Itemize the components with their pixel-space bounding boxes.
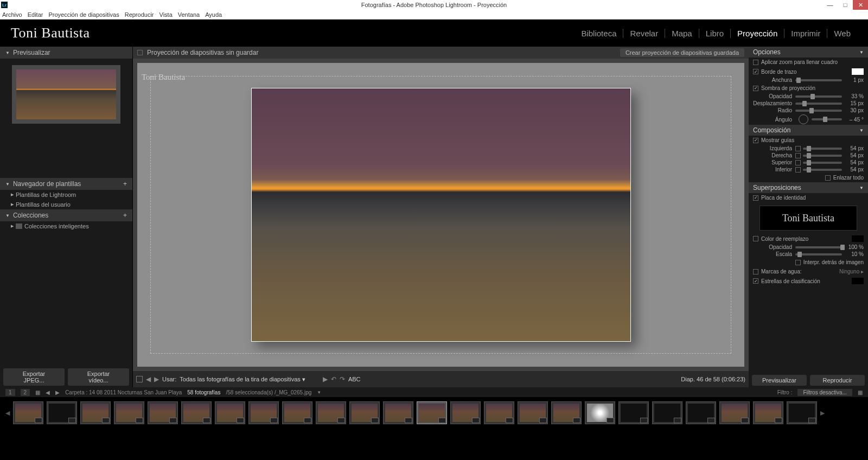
link-all-checkbox[interactable] (825, 175, 831, 181)
filmstrip-thumb[interactable] (719, 401, 750, 424)
filmstrip-thumb[interactable] (114, 401, 144, 424)
overlay-scale-slider[interactable] (795, 253, 842, 255)
rating-stars-color-swatch[interactable] (852, 278, 864, 284)
template-folder-lightroom[interactable]: ▶Plantillas de Lightroom (0, 190, 132, 200)
watermark-checkbox[interactable] (753, 269, 758, 274)
filmstrip-thumb[interactable] (316, 401, 346, 424)
module-mapa[interactable]: Mapa (665, 29, 699, 38)
filmstrip-thumb[interactable] (753, 401, 783, 424)
text-overlay-button[interactable]: ABC (348, 376, 361, 382)
shadow-radius-slider[interactable] (795, 110, 842, 112)
guide-top-slider[interactable] (803, 162, 842, 164)
export-jpeg-button[interactable]: Exportar JPEG... (3, 368, 65, 386)
filmstrip-thumb[interactable] (551, 401, 582, 424)
slide-canvas[interactable]: Toni Bautista (137, 63, 744, 367)
module-revelar[interactable]: Revelar (623, 29, 665, 38)
menu-ayuda[interactable]: Ayuda (205, 11, 222, 18)
view-mode-1[interactable]: 1 (5, 389, 15, 396)
shadow-angle-dial[interactable] (799, 114, 808, 124)
prev-slide-button[interactable]: ◀ (146, 375, 151, 383)
link-top-icon[interactable] (795, 160, 801, 165)
composicion-header[interactable]: Composición▼ (749, 125, 868, 136)
stroke-border-checkbox[interactable] (753, 69, 758, 74)
menu-proyeccion[interactable]: Proyección de diapositivas (48, 11, 119, 18)
view-mode-2[interactable]: 2 (21, 389, 30, 396)
menu-ventana[interactable]: Ventana (178, 11, 200, 18)
preview-panel-header[interactable]: ▼Previsualizar (0, 47, 132, 59)
menu-editar[interactable]: Editar (28, 11, 43, 18)
module-biblioteca[interactable]: Biblioteca (575, 29, 623, 38)
filmstrip-thumb[interactable] (215, 401, 245, 424)
opciones-header[interactable]: Opciones▼ (749, 47, 868, 58)
link-right-icon[interactable] (795, 153, 801, 158)
filmstrip-scroll-right[interactable]: ▶ (820, 410, 825, 417)
filmstrip-thumb[interactable] (349, 401, 380, 424)
rotate-ccw-icon[interactable]: ↶ (331, 375, 336, 383)
stop-icon[interactable] (136, 376, 143, 382)
play-button[interactable]: ▶ (323, 375, 328, 383)
create-saved-slideshow-button[interactable]: Crear proyección de diapositivas guardad… (620, 48, 744, 57)
add-template-icon[interactable]: + (123, 180, 127, 188)
filmstrip-thumb[interactable] (13, 401, 43, 424)
canvas-identity-overlay[interactable]: Toni Bautista (142, 73, 185, 82)
maximize-button[interactable]: □ (838, 0, 853, 10)
filmstrip-thumb[interactable] (47, 401, 77, 424)
module-web[interactable]: Web (827, 29, 857, 38)
nav-forward-icon[interactable]: ▶ (55, 389, 60, 395)
filmstrip-thumb[interactable] (450, 401, 481, 424)
filmstrip-thumb[interactable] (686, 401, 716, 424)
filter-lock-icon[interactable]: ▦ (858, 389, 863, 395)
filmstrip-thumb[interactable] (248, 401, 279, 424)
menu-reproducir[interactable]: Reproducir (125, 11, 154, 18)
folder-path[interactable]: Carpeta : 14 08 2011 Nocturnas San Juan … (65, 389, 182, 395)
filmstrip-thumb[interactable] (585, 401, 615, 424)
filmstrip-thumb[interactable] (518, 401, 548, 424)
filmstrip-thumb[interactable] (484, 401, 514, 424)
guide-bottom-slider[interactable] (803, 169, 842, 171)
use-dropdown[interactable]: Todas las fotografías de la tira de diap… (180, 376, 305, 383)
superposiciones-header[interactable]: Superposiciones▼ (749, 182, 868, 193)
play-slideshow-button[interactable]: Reproducir (810, 375, 865, 386)
rating-stars-checkbox[interactable] (753, 278, 758, 284)
path-dropdown-icon[interactable]: ▼ (317, 390, 321, 395)
filter-dropdown[interactable]: Filtros desactiva... (797, 389, 852, 396)
identity-plate-preview[interactable]: Toni Bautista (760, 206, 857, 231)
grid-view-icon[interactable]: ▦ (35, 389, 40, 395)
filmstrip-thumb[interactable] (383, 401, 413, 424)
guide-left-slider[interactable] (803, 148, 842, 150)
preview-button[interactable]: Previsualizar (752, 375, 807, 386)
stroke-color-swatch[interactable] (852, 68, 864, 75)
watermark-dropdown[interactable]: Ninguno ▸ (839, 269, 864, 274)
module-proyeccion[interactable]: Proyección (731, 29, 784, 38)
smart-collections[interactable]: ▶Colecciones inteligentes (0, 221, 132, 231)
filmstrip-thumb-selected[interactable] (417, 401, 447, 424)
export-video-button[interactable]: Exportar vídeo... (68, 368, 129, 386)
filmstrip-thumb[interactable] (80, 401, 111, 424)
render-behind-checkbox[interactable] (795, 260, 801, 265)
filmstrip[interactable]: ◀ ▶ (0, 397, 868, 429)
preview-thumbnail[interactable] (12, 65, 120, 124)
nav-back-icon[interactable]: ◀ (46, 389, 50, 395)
menu-archivo[interactable]: Archivo (2, 11, 22, 18)
next-slide-button[interactable]: ▶ (154, 375, 159, 383)
link-left-icon[interactable] (795, 146, 801, 151)
shadow-angle-slider[interactable] (812, 118, 842, 120)
template-browser-header[interactable]: ▼Navegador de plantillas+ (0, 178, 132, 190)
cast-shadow-checkbox[interactable] (753, 86, 758, 91)
add-collection-icon[interactable]: + (123, 212, 127, 219)
filmstrip-thumb[interactable] (652, 401, 682, 424)
show-guides-checkbox[interactable] (753, 138, 758, 143)
identity-plate-checkbox[interactable] (753, 195, 758, 201)
overlay-opacity-slider[interactable] (795, 246, 842, 248)
filmstrip-thumb[interactable] (787, 401, 817, 424)
override-color-checkbox[interactable] (753, 236, 758, 241)
rotate-cw-icon[interactable]: ↷ (340, 375, 345, 383)
close-button[interactable]: ✕ (853, 0, 868, 10)
collections-header[interactable]: ▼Colecciones+ (0, 209, 132, 221)
menu-vista[interactable]: Vista (159, 11, 173, 18)
link-bottom-icon[interactable] (795, 167, 801, 173)
shadow-opacity-slider[interactable] (795, 95, 842, 98)
minimize-button[interactable]: — (822, 0, 838, 10)
filmstrip-thumb[interactable] (282, 401, 312, 424)
stroke-width-slider[interactable] (795, 79, 842, 81)
